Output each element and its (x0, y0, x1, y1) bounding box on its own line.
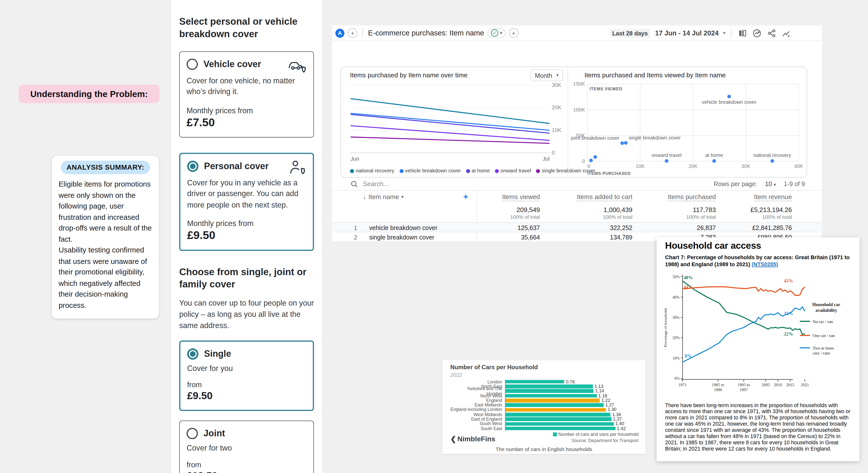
people-cover-heading: Choose from single, joint or family cove… (179, 266, 310, 291)
svg-text:availability: availability (816, 308, 837, 313)
joint-cover-radio[interactable] (187, 428, 198, 439)
legend-item[interactable]: national recovery (350, 168, 394, 174)
household-car-access-panel: Household car access Chart 7: Percentage… (657, 237, 860, 461)
bar-value: 1.22 (601, 398, 610, 403)
analysis-summary-title: ANALYSIS SUMMARY: (61, 161, 150, 174)
bar (505, 413, 611, 416)
legend-label: Number of cars and vans per household (558, 432, 639, 437)
total-items-viewed: 209,549 (456, 206, 540, 213)
joint-from-label: from (187, 461, 307, 469)
problem-heading-text: Understanding the Problem: (30, 89, 148, 99)
legend-dot (350, 169, 354, 173)
col-item-revenue[interactable]: Item revenue (707, 193, 792, 200)
svg-text:0: 0 (582, 158, 585, 164)
legend-text: vehicle breakdown cover (405, 168, 461, 174)
toolbar-divider (731, 28, 732, 38)
item-name-column-header[interactable]: ↓ Item name ▾ (363, 193, 404, 200)
legend-item[interactable]: onward travel (495, 168, 531, 174)
bar (505, 394, 597, 398)
bar (505, 389, 594, 393)
svg-text:at home: at home (705, 152, 723, 158)
compare-icon[interactable] (737, 28, 747, 38)
personal-cover-option[interactable]: Personal cover Cover for you in any vehi… (179, 153, 314, 251)
svg-text:1997: 1997 (740, 388, 748, 392)
add-report-button[interactable]: + (509, 28, 518, 38)
svg-text:national recovery: national recovery (753, 152, 791, 158)
line-chart-panel: Items purchased by Item name over time M… (341, 67, 567, 177)
sparkline-icon[interactable] (781, 28, 792, 38)
col-items-viewed[interactable]: Items viewed (456, 193, 540, 200)
scatter-point (593, 155, 597, 159)
date-chevron-icon[interactable]: ▾ (723, 30, 725, 35)
table-totals-row: 209,549100% of total 1,000,439100% of to… (332, 204, 822, 222)
share-icon[interactable] (767, 28, 777, 38)
bar-label: South East (451, 426, 505, 431)
person-shield-icon (289, 159, 307, 179)
joint-cover-description: Cover for two (187, 443, 302, 453)
car-shield-icon (287, 57, 308, 75)
legend-item[interactable]: at home (466, 168, 490, 174)
cars-per-household-panel: Number of Cars per Household 2022 London… (442, 360, 646, 454)
breakdown-cover-form: Select personal or vehicle breakdown cov… (172, 0, 322, 473)
row-item-name: vehicle breakdown cover (369, 224, 437, 231)
bar (505, 403, 603, 407)
scatter-chart-panel: Items purchased and Items viewed by Item… (568, 67, 807, 177)
col-items-added[interactable]: Items added to cart (548, 193, 632, 200)
svg-text:20K: 20K (688, 164, 698, 169)
svg-text:Two or more: Two or more (813, 346, 834, 351)
svg-text:100K: 100K (573, 107, 585, 113)
svg-text:20K: 20K (552, 105, 561, 111)
vehicle-cover-description: Cover for one vehicle, no matter who’s d… (187, 75, 302, 97)
col-items-purchased[interactable]: Items purchased (631, 193, 716, 200)
purchased-vs-viewed-chart[interactable]: 150K100K50K0010K20K30K40KITEMS VIEWEDITE… (568, 67, 807, 177)
problem-heading: Understanding the Problem: (19, 85, 160, 103)
household-line-chart: 0%10%20%30%40%50%19711985 to19861995 to1… (660, 271, 856, 395)
insights-icon[interactable] (752, 28, 762, 38)
add-tab-button[interactable]: + (348, 28, 357, 38)
chevron-down-icon: ▾ (500, 30, 502, 35)
vehicle-cover-option[interactable]: Vehicle cover Cover for one vehicle, no … (179, 51, 314, 138)
legend-item[interactable]: vehicle breakdown cover (399, 168, 461, 174)
svg-text:single breakdown cover: single breakdown cover (628, 135, 681, 141)
bar (505, 417, 611, 421)
report-status-pill[interactable]: ✓ ▾ (487, 28, 505, 38)
svg-text:22%: 22% (784, 331, 793, 336)
svg-text:2021: 2021 (801, 383, 809, 387)
household-title: Household car access (665, 240, 761, 251)
svg-text:50%: 50% (673, 275, 680, 279)
date-range[interactable]: 17 Jun - 14 Jul 2024 (655, 29, 719, 37)
scatter-point (589, 159, 593, 162)
date-preset-badge[interactable]: Last 28 days (609, 28, 651, 37)
table-row[interactable]: 1 vehicle breakdown cover 125,637 322,25… (332, 222, 822, 232)
bar-row: South West1.40 (451, 422, 640, 426)
nts0205-link[interactable]: (NTS0205) (752, 261, 778, 267)
single-cover-radio[interactable] (187, 348, 198, 359)
chevron-left-icon: ❮ (451, 435, 457, 443)
svg-text:0%: 0% (675, 376, 680, 380)
svg-text:20%: 20% (673, 335, 680, 340)
total-sub: 100% of total (707, 214, 792, 220)
row-index: 1 (354, 224, 357, 231)
bar-row: South East1.42 (451, 426, 640, 431)
rows-per-page-select[interactable]: 10 ▾ (765, 180, 776, 187)
bar-row: Yorkshire and The Humber1.14 (451, 389, 640, 393)
search-input[interactable] (362, 180, 477, 188)
bar-row: England excluding London1.30 (451, 407, 640, 412)
scatter-point (712, 159, 716, 162)
bar-row: East of England1.37 (451, 417, 640, 422)
source-label: Source: Department for Transport (553, 438, 639, 443)
vehicle-cover-radio[interactable] (187, 58, 198, 69)
personal-cover-radio[interactable] (187, 160, 198, 172)
bar-label: East Midlands (451, 403, 505, 408)
total-items-purchased: 117,783 (631, 206, 716, 213)
scatter-point (727, 95, 731, 98)
avatar[interactable]: A (336, 28, 344, 37)
single-cover-description: Cover for you (187, 363, 303, 374)
items-over-time-chart[interactable]: 30K20K10K0JunJul (341, 67, 567, 177)
bar-value: 1.37 (613, 417, 622, 422)
joint-cover-option[interactable]: Joint Cover for two from £12.50 (179, 421, 314, 473)
svg-text:1995 to: 1995 to (738, 383, 750, 387)
svg-text:Household car: Household car (812, 302, 840, 307)
bar-chart-legend: Number of cars and vans per household So… (553, 432, 639, 443)
single-cover-option[interactable]: Single Cover for you from £9.50 (179, 340, 314, 411)
